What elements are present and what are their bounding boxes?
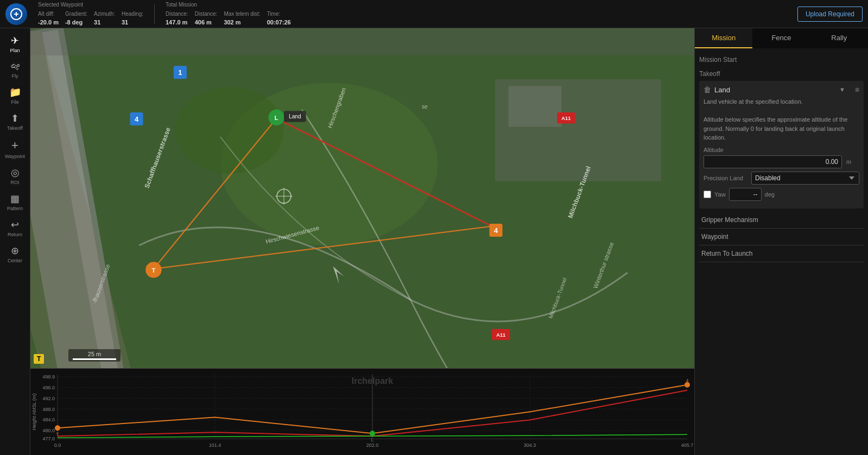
separator-1 [154, 4, 155, 24]
elevation-chart-svg: 498.9 496.0 492.0 488.0 484.0 480.0 477.… [30, 369, 694, 455]
file-label: File [11, 99, 19, 105]
sidebar-item-plan[interactable]: ✈ Plan [2, 31, 29, 56]
svg-marker-34 [333, 267, 344, 284]
waypoint-label: Waypoint [5, 154, 25, 159]
svg-text:Irchelpark: Irchelpark [352, 376, 394, 386]
plan-icon: ✈ [11, 35, 19, 47]
svg-text:488.0: 488.0 [42, 407, 55, 412]
altitude-unit: m [846, 159, 859, 165]
waypoint-icon: + [11, 138, 18, 153]
svg-text:L: L [275, 115, 278, 121]
selected-waypoint-group: Selected Waypoint Alt diff: -20.0 m Grad… [38, 1, 143, 27]
time-val: 00:07:26 [267, 18, 291, 27]
right-panel: Mission Fence Rally Mission Start Takeof… [694, 28, 868, 455]
svg-text:Winterthur strasse: Winterthur strasse [592, 241, 615, 289]
gripper-mechanism-link[interactable]: Gripper Mechanism [699, 212, 864, 229]
land-card-header: 🗑 Land ▼ ≡ [704, 85, 859, 94]
takeoff-label: Takeoff [7, 125, 23, 131]
alt-diff-val: -20.0 m [38, 18, 59, 27]
takeoff-label: Takeoff [699, 67, 864, 81]
fly-label: Fly [12, 73, 18, 79]
yaw-row: Yaw deg [704, 188, 859, 201]
svg-text:496.0: 496.0 [42, 385, 55, 390]
precision-land-label: Precision Land [704, 175, 747, 181]
roi-icon: ◎ [11, 167, 20, 179]
land-title: Land [714, 86, 836, 94]
svg-line-12 [154, 226, 492, 269]
yaw-label: Yaw [714, 191, 726, 198]
sidebar-item-roi[interactable]: ◎ ROI [2, 163, 29, 188]
svg-text:4: 4 [135, 115, 139, 123]
svg-text:Schaffhauserstrasse: Schaffhauserstrasse [143, 126, 172, 189]
elevation-panel: 498.9 496.0 492.0 488.0 484.0 480.0 477.… [30, 368, 694, 455]
altitude-input[interactable] [704, 155, 842, 168]
alt-diff-label: Alt diff: [38, 10, 59, 18]
azimuth-val: 31 [94, 18, 115, 27]
center-label: Center [8, 258, 22, 263]
mission-dist-val: 406 m [195, 18, 218, 27]
svg-text:A11: A11 [496, 332, 505, 338]
svg-text:T: T [56, 432, 59, 437]
sidebar-item-fly[interactable]: 🛩 Fly [2, 58, 29, 82]
left-sidebar: ✈ Plan 🛩 Fly 📁 File ⬆ Takeoff + Waypoint… [0, 28, 30, 455]
svg-text:477.0: 477.0 [42, 436, 55, 441]
sidebar-item-center[interactable]: ⊕ Center [2, 242, 29, 267]
mission-dist-label: Distance: [195, 10, 218, 18]
pattern-icon: ▦ [10, 193, 20, 205]
svg-text:480.0: 480.0 [42, 428, 55, 433]
svg-text:Hirschengraben: Hirschengraben [326, 87, 347, 129]
svg-text:Hirschwiesenstrasse: Hirschwiesenstrasse [265, 224, 320, 245]
altitude-row: m [704, 155, 859, 168]
return-label: Return [8, 232, 22, 237]
right-content: Mission Start Takeoff 🗑 Land ▼ ≡ Land ve… [695, 48, 868, 455]
svg-text:484.0: 484.0 [42, 417, 55, 422]
trash-icon[interactable]: 🗑 [704, 85, 711, 94]
altitude-section-label: Altitude [704, 147, 859, 153]
file-icon: 📁 [9, 86, 21, 98]
yaw-input[interactable] [729, 188, 762, 201]
svg-text:1: 1 [178, 68, 182, 77]
sidebar-item-return[interactable]: ↩ Return [2, 216, 29, 241]
sidebar-item-takeoff[interactable]: ⬆ Takeoff [2, 109, 29, 134]
land-dropdown-arrow[interactable]: ▼ [839, 86, 845, 93]
land-expand-icon[interactable]: ≡ [855, 85, 859, 94]
azimuth-label: Azimuth: [94, 10, 115, 18]
upload-required-button[interactable]: Upload Required [797, 7, 863, 22]
svg-text:492.0: 492.0 [42, 396, 55, 401]
selected-waypoint-label: Selected Waypoint [38, 1, 143, 9]
svg-text:4: 4 [494, 226, 498, 235]
sidebar-item-file[interactable]: 📁 File [2, 83, 29, 108]
takeoff-icon: ⬆ [11, 112, 19, 124]
svg-point-69 [55, 425, 60, 431]
precision-land-row: Precision Land Disabled Opportunistic Re… [704, 172, 859, 185]
tab-mission[interactable]: Mission [695, 28, 752, 48]
fly-icon: 🛩 [10, 61, 20, 72]
svg-text:304.3: 304.3 [524, 443, 536, 448]
yaw-checkbox[interactable] [704, 191, 711, 198]
sidebar-item-waypoint[interactable]: + Waypoint [2, 135, 29, 162]
return-to-launch-link[interactable]: Return To Launch [699, 245, 864, 262]
mission-path-svg: 1 4 L Land A11 4 T A11 Schaffhauserstras… [30, 28, 694, 368]
waypoint-link[interactable]: Waypoint [699, 229, 864, 245]
pattern-label: Pattern [7, 206, 23, 211]
svg-text:L: L [371, 437, 373, 443]
land-card: 🗑 Land ▼ ≡ Land vehicle at the specified… [699, 81, 864, 208]
tab-bar: Mission Fence Rally [695, 28, 868, 48]
svg-text:T: T [152, 267, 156, 274]
tab-fence[interactable]: Fence [752, 28, 810, 48]
sidebar-item-pattern[interactable]: ▦ Pattern [2, 189, 29, 214]
svg-text:Milchbuck-Tunnel: Milchbuck-Tunnel [548, 277, 568, 319]
roi-label: ROI [10, 180, 19, 185]
svg-text:202.0: 202.0 [366, 443, 379, 448]
map-area[interactable]: 1 4 L Land A11 4 T A11 Schaffhauserstras… [30, 28, 694, 368]
time-label: Time: [267, 10, 291, 18]
gradient-val: -8 deg [65, 18, 87, 27]
precision-land-select[interactable]: Disabled Opportunistic Required [751, 172, 859, 185]
yaw-unit: deg [765, 191, 778, 198]
return-icon: ↩ [11, 219, 19, 231]
top-bar: Selected Waypoint Alt diff: -20.0 m Grad… [0, 0, 868, 28]
svg-text:se: se [422, 104, 428, 110]
svg-text:4: 4 [686, 378, 688, 383]
tab-rally[interactable]: Rally [810, 28, 868, 48]
max-telem-val: 302 m [224, 18, 260, 27]
